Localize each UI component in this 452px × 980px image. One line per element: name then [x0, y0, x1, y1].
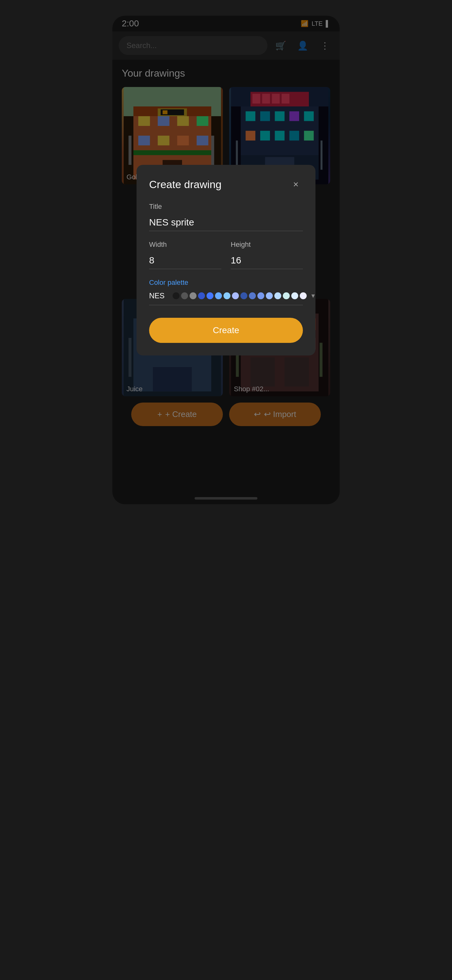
modal-overlay: Create drawing × Title Width Height [113, 16, 339, 504]
width-label: Width [149, 240, 221, 249]
color-dot [190, 292, 197, 299]
color-dot [257, 292, 264, 299]
close-button[interactable]: × [289, 177, 303, 191]
palette-label: Color palette [149, 278, 303, 287]
height-input[interactable] [231, 252, 303, 269]
color-dot [240, 292, 247, 299]
color-dots [173, 292, 307, 299]
color-dot [266, 292, 273, 299]
color-dot [173, 292, 179, 299]
color-dot [198, 292, 205, 299]
chevron-down-icon[interactable]: ▾ [311, 292, 315, 300]
color-dot [215, 292, 222, 299]
color-dot [181, 292, 188, 299]
color-dot [274, 292, 281, 299]
modal-title: Create drawing [149, 178, 222, 191]
palette-selector[interactable]: NES ▾ [149, 291, 303, 305]
dimensions-row: Width Height [149, 240, 303, 269]
modal-header: Create drawing × [149, 177, 303, 191]
color-dot [291, 292, 298, 299]
create-button[interactable]: Create [149, 318, 303, 343]
color-dot [283, 292, 290, 299]
color-dot [224, 292, 230, 299]
title-input[interactable] [149, 214, 303, 231]
title-label: Title [149, 202, 303, 211]
width-col: Width [149, 240, 221, 269]
palette-group: Color palette NES ▾ [149, 278, 303, 305]
height-col: Height [231, 240, 303, 269]
palette-name: NES [149, 291, 168, 300]
color-dot [300, 292, 307, 299]
color-dot [232, 292, 239, 299]
color-dot [206, 292, 213, 299]
title-form-group: Title [149, 202, 303, 231]
width-input[interactable] [149, 252, 221, 269]
color-dot [249, 292, 256, 299]
height-label: Height [231, 240, 303, 249]
create-drawing-modal: Create drawing × Title Width Height [136, 165, 316, 355]
